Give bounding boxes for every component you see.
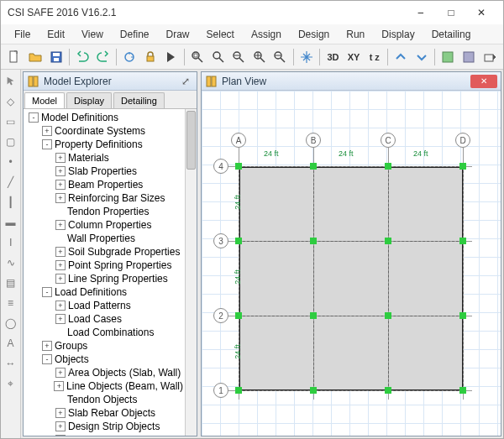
grid-intersection-point[interactable] <box>459 387 466 394</box>
tree-row[interactable]: Wall Properties <box>25 232 183 245</box>
panel-close-button[interactable]: ✕ <box>470 75 497 88</box>
tree-row[interactable]: +Column Properties <box>25 218 183 232</box>
zoom-area-button[interactable] <box>188 47 207 67</box>
new-file-button[interactable] <box>5 47 24 67</box>
plan-view-header[interactable]: Plan View ✕ <box>202 72 501 91</box>
explorer-tab-detailing[interactable]: Detailing <box>113 92 165 108</box>
grid-intersection-point[interactable] <box>310 387 317 394</box>
menu-item-detailing[interactable]: Detailing <box>423 24 480 44</box>
tree-row[interactable]: +Materials <box>25 151 183 165</box>
open-file-button[interactable] <box>26 47 45 67</box>
draw-strip-tool[interactable]: ▤ <box>3 274 19 291</box>
expand-toggle[interactable]: + <box>42 341 52 351</box>
tree-row[interactable]: Tendon Objects <box>25 393 183 406</box>
draw-wall-tool[interactable]: ▬ <box>3 214 19 231</box>
section-button[interactable] <box>459 47 479 67</box>
tree-row[interactable]: +Point Spring Properties <box>25 259 183 272</box>
expand-toggle[interactable]: + <box>55 274 66 284</box>
grid-intersection-point[interactable] <box>385 387 391 394</box>
explorer-tab-model[interactable]: Model <box>24 92 65 108</box>
reshape-tool[interactable]: ◇ <box>3 93 19 110</box>
menu-item-design[interactable]: Design <box>290 24 338 44</box>
tree-row[interactable]: +Area Objects (Slab, Wall) <box>25 366 183 379</box>
snap-tool[interactable]: ⌖ <box>3 375 19 392</box>
menu-item-assign[interactable]: Assign <box>243 24 290 44</box>
draw-tendon-tool[interactable]: ∿ <box>3 254 19 271</box>
zoom-in-button[interactable] <box>250 47 270 67</box>
tree-row[interactable]: -Property Definitions <box>25 138 183 151</box>
vertical-scrollbar[interactable] <box>185 109 197 436</box>
grid-intersection-point[interactable] <box>385 238 391 244</box>
grid-intersection-point[interactable] <box>235 312 242 319</box>
expand-toggle[interactable]: + <box>55 247 66 257</box>
explorer-tab-display[interactable]: Display <box>66 92 112 108</box>
expand-toggle[interactable]: + <box>55 435 66 436</box>
expand-toggle[interactable]: + <box>55 180 66 190</box>
expand-toggle[interactable]: + <box>55 153 66 163</box>
expand-toggle[interactable]: + <box>54 381 64 391</box>
grid-bubble-col[interactable]: B <box>306 133 321 148</box>
draw-opening-tool[interactable]: ◯ <box>3 315 19 332</box>
grid-intersection-point[interactable] <box>459 312 466 319</box>
draw-slab-tool[interactable]: ▭ <box>3 113 19 130</box>
menu-item-edit[interactable]: Edit <box>39 24 73 44</box>
grid-intersection-point[interactable] <box>385 312 391 319</box>
settings-button[interactable] <box>480 47 499 67</box>
grid-intersection-point[interactable] <box>310 238 317 244</box>
tree-row[interactable]: +Load Patterns <box>25 299 183 312</box>
tree-row[interactable]: +Point Objects <box>25 433 183 436</box>
menu-item-run[interactable]: Run <box>338 24 373 44</box>
view-3d-button[interactable]: 3D <box>323 47 343 67</box>
grid-bubble-row[interactable]: 4 <box>213 159 228 174</box>
draw-rebar-tool[interactable]: ≡ <box>3 295 19 311</box>
run-button[interactable] <box>161 47 181 67</box>
tree-row[interactable]: +Soil Subgrade Properties <box>25 245 183 259</box>
model-explorer-header[interactable]: Model Explorer ⤢ <box>24 72 197 91</box>
expand-toggle[interactable]: + <box>55 301 66 311</box>
menu-item-file[interactable]: File <box>6 24 39 44</box>
view-tz-button[interactable]: t z <box>365 47 384 67</box>
grid-intersection-point[interactable] <box>310 312 317 319</box>
expand-toggle[interactable]: + <box>55 220 66 230</box>
pan-button[interactable] <box>297 47 317 67</box>
dimension-tool[interactable]: ↔ <box>3 355 19 372</box>
expand-toggle[interactable]: + <box>55 193 66 203</box>
grid-intersection-point[interactable] <box>385 163 391 170</box>
expand-toggle[interactable]: + <box>55 166 66 176</box>
menu-item-display[interactable]: Display <box>373 24 423 44</box>
tree-row[interactable]: -Load Definitions <box>25 285 183 299</box>
maximize-button[interactable]: □ <box>436 3 466 22</box>
expand-toggle[interactable]: + <box>55 314 66 324</box>
expand-toggle[interactable]: + <box>55 368 66 378</box>
tree-row[interactable]: -Model Definitions <box>25 111 183 124</box>
view-xy-button[interactable]: XY <box>344 47 364 67</box>
grid-bubble-col[interactable]: C <box>381 133 396 148</box>
tree-row[interactable]: +Line Objects (Beam, Wall) <box>25 379 183 393</box>
menu-item-view[interactable]: View <box>73 24 112 44</box>
grid-bubble-col[interactable]: D <box>455 133 470 148</box>
tree-row[interactable]: -Objects <box>25 353 183 366</box>
grid-intersection-point[interactable] <box>235 387 242 394</box>
tree-row[interactable]: +Reinforcing Bar Sizes <box>25 191 183 205</box>
model-tree[interactable]: -Model Definitions+Coordinate Systems-Pr… <box>24 109 185 436</box>
expand-toggle[interactable]: - <box>29 112 39 123</box>
tree-row[interactable]: +Groups <box>25 339 183 353</box>
undo-button[interactable] <box>73 47 92 67</box>
grid-intersection-point[interactable] <box>310 163 317 170</box>
grid-bubble-row[interactable]: 3 <box>213 233 228 248</box>
expand-toggle[interactable]: - <box>42 139 52 149</box>
expand-toggle[interactable]: - <box>42 287 52 297</box>
expand-toggle[interactable]: + <box>55 421 66 431</box>
nav-down-button[interactable] <box>412 47 432 67</box>
menu-item-select[interactable]: Select <box>198 24 243 44</box>
close-button[interactable]: ✕ <box>466 3 496 22</box>
tree-row[interactable]: +Slab Properties <box>25 165 183 178</box>
draw-line-tool[interactable]: ╱ <box>3 174 19 191</box>
grid-intersection-point[interactable] <box>235 163 242 170</box>
grid-intersection-point[interactable] <box>459 163 466 170</box>
grid-bubble-row[interactable]: 2 <box>213 308 228 323</box>
grid-bubble-col[interactable]: A <box>231 133 246 148</box>
menu-item-draw[interactable]: Draw <box>158 24 198 44</box>
zoom-previous-button[interactable] <box>229 47 249 67</box>
minimize-button[interactable]: ‒ <box>406 3 436 22</box>
